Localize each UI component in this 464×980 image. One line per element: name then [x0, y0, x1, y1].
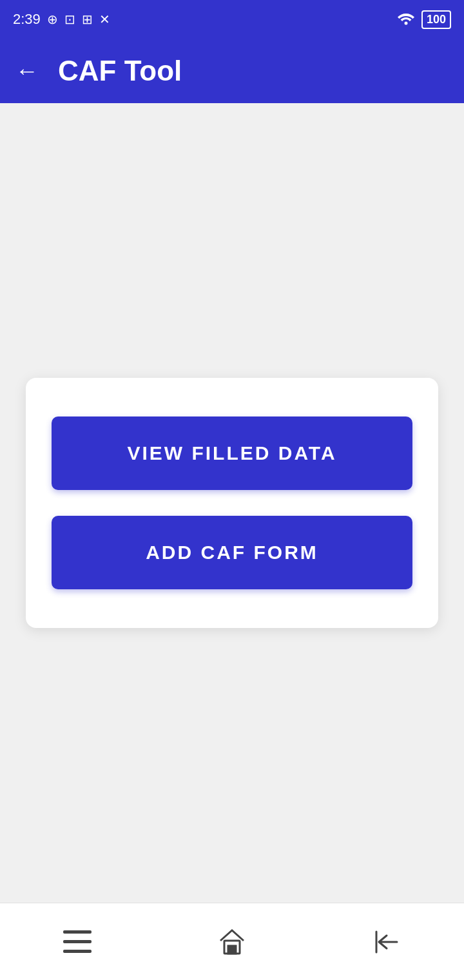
svg-rect-3: [63, 950, 92, 953]
status-bar-right: 100: [397, 10, 451, 29]
bottom-nav-bar: [0, 903, 464, 980]
app-bar: ← CAF Tool: [0, 39, 464, 103]
status-bar-left: 2:39 ⊕ ⊡ ⊞ ✕: [13, 11, 110, 28]
page-title: CAF Tool: [58, 55, 182, 87]
svg-point-0: [404, 21, 407, 24]
status-bar: 2:39 ⊕ ⊡ ⊞ ✕ 100: [0, 0, 464, 39]
screenshot-icon: ⊞: [82, 12, 93, 27]
home-button[interactable]: [206, 923, 258, 961]
menu-button[interactable]: [52, 923, 103, 961]
cast-icon: ⊡: [64, 12, 75, 27]
add-caf-form-button[interactable]: ADD CAF FORM: [52, 516, 412, 589]
wifi-icon: [397, 11, 415, 28]
back-nav-button[interactable]: [361, 923, 412, 961]
activity-icon: ⊕: [47, 12, 58, 27]
view-filled-data-button[interactable]: VIEW FILLED DATA: [52, 416, 412, 490]
time-display: 2:39: [13, 11, 41, 28]
back-button[interactable]: ←: [15, 59, 39, 83]
battery-display: 100: [421, 10, 451, 29]
svg-rect-2: [63, 940, 92, 943]
main-content: VIEW FILLED DATA ADD CAF FORM: [0, 103, 464, 903]
tools-icon: ✕: [99, 12, 110, 27]
svg-rect-5: [228, 946, 236, 954]
action-card: VIEW FILLED DATA ADD CAF FORM: [26, 378, 438, 628]
svg-rect-1: [63, 930, 92, 934]
